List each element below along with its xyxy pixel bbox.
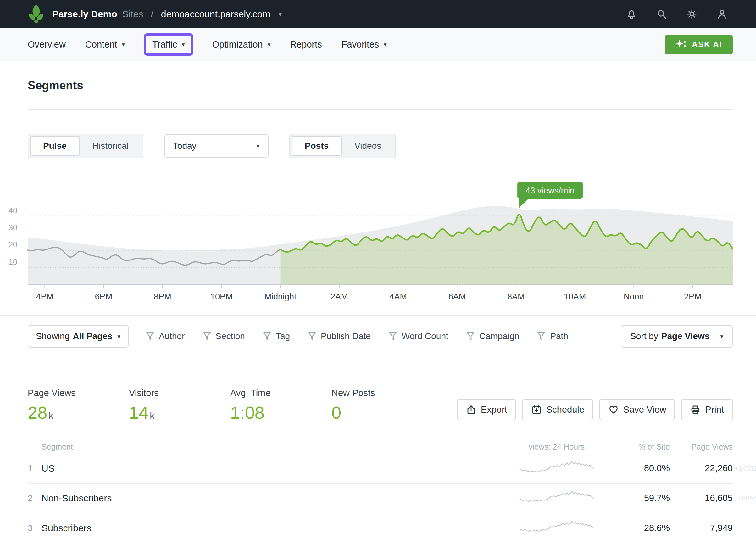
sort-by-button[interactable]: Sort by Page Views ▾ — [621, 325, 733, 348]
breadcrumb-separator: / — [151, 9, 153, 19]
filter-publish-date[interactable]: Publish Date — [308, 331, 371, 341]
metric-number: 28 — [28, 403, 47, 423]
metric-visitors: Visitors14k — [129, 388, 230, 422]
main-nav: OverviewContent▾Traffic▾Optimization▾Rep… — [0, 28, 756, 61]
button-label: Print — [705, 405, 724, 415]
metric-value: 14k — [129, 404, 230, 422]
chevron-down-icon: ▾ — [720, 333, 723, 340]
search-icon[interactable] — [655, 8, 668, 20]
sparkline-cell — [519, 489, 594, 508]
row-rank: 1 — [28, 463, 42, 473]
schedule-button[interactable]: Schedule — [522, 399, 593, 420]
save-view-button[interactable]: Save View — [599, 399, 675, 420]
toggle-pulse[interactable]: Pulse — [30, 136, 80, 156]
posts-videos-toggle: PostsVideos — [289, 134, 396, 158]
x-axis-label: 10AM — [564, 292, 586, 302]
segment-name[interactable]: Subscribers — [42, 523, 509, 534]
pulse-traffic-chart[interactable]: 102030404PM6PM8PM10PMMidnight2AM4AM6AM8A… — [0, 169, 756, 308]
nav-item-traffic[interactable]: Traffic▾ — [144, 33, 193, 56]
nav-item-content[interactable]: Content▾ — [85, 39, 125, 50]
delta-badge: +14311 — [735, 464, 756, 473]
toggle-posts[interactable]: Posts — [292, 136, 342, 156]
y-axis-label: 10 — [8, 257, 17, 266]
x-axis-label: 8PM — [154, 292, 171, 302]
metric-number: 14 — [129, 403, 148, 423]
button-label: Schedule — [546, 405, 584, 415]
nav-item-label: Favorites — [342, 39, 379, 50]
nav-item-favorites[interactable]: Favorites▾ — [342, 39, 387, 50]
sort-value: Page Views — [661, 331, 710, 341]
nav-item-optimization[interactable]: Optimization▾ — [212, 39, 271, 50]
bell-icon[interactable] — [625, 8, 638, 20]
gear-icon[interactable] — [686, 8, 698, 20]
pct-of-site: 28.6% — [604, 523, 670, 533]
date-range-select[interactable]: Today ▾ — [164, 134, 269, 158]
ask-ai-button[interactable]: ASK AI — [665, 35, 733, 54]
topbar: Parse.ly Demo Sites / demoaccount.parsel… — [0, 0, 756, 28]
x-axis-label: 4AM — [389, 292, 407, 302]
toggle-videos[interactable]: Videos — [342, 136, 394, 155]
chevron-down-icon: ▾ — [257, 142, 260, 150]
filter-label: Path — [550, 331, 568, 341]
metric-label: Page Views — [28, 388, 129, 398]
page-views-value: 22,260 — [670, 463, 733, 473]
metric-value: 1:08 — [230, 404, 331, 422]
export-button[interactable]: Export — [457, 399, 516, 420]
button-label: Export — [481, 405, 507, 415]
filter-tag[interactable]: Tag — [263, 331, 290, 341]
table-row[interactable]: 3Subscribers28.6%7,949 — [28, 513, 733, 543]
breadcrumb: Parse.ly Demo Sites / demoaccount.parsel… — [52, 9, 282, 19]
chevron-down-icon: ▾ — [122, 41, 125, 48]
filter-label: Publish Date — [321, 331, 371, 341]
x-axis-label: 8AM — [507, 292, 525, 302]
metric-value: 0 — [331, 404, 433, 422]
column-header-page-views[interactable]: Page Views — [670, 442, 733, 451]
column-header-segment[interactable]: Segment — [42, 442, 509, 451]
parsely-logo[interactable] — [28, 4, 45, 24]
funnel-icon — [466, 332, 475, 341]
metric-page-views: Page Views28k — [28, 388, 129, 422]
site-selector[interactable]: demoaccount.parsely.com — [161, 9, 270, 19]
metrics-row: Page Views28kVisitors14kAvg. Time1:08New… — [0, 348, 756, 422]
print-button[interactable]: Print — [681, 399, 733, 420]
controls-row: PulseHistorical Today ▾ PostsVideos — [0, 110, 756, 158]
column-header-pct-of-site[interactable]: % of Site — [604, 442, 670, 451]
metrics-group: Page Views28kVisitors14kAvg. Time1:08New… — [28, 388, 433, 422]
funnel-icon — [263, 332, 271, 341]
nav-item-overview[interactable]: Overview — [28, 39, 66, 50]
funnel-icon — [308, 332, 316, 341]
segment-name[interactable]: Non-Subscribers — [42, 493, 509, 504]
table-row[interactable]: 1US80.0%22,260+14311 — [28, 454, 733, 484]
sparkle-icon — [675, 40, 687, 50]
ask-ai-label: ASK AI — [692, 40, 722, 49]
showing-pages-button[interactable]: Showing All Pages ▾ — [28, 325, 129, 348]
person-icon[interactable] — [716, 8, 728, 20]
showing-prefix: Showing — [36, 331, 69, 341]
nav-item-reports[interactable]: Reports — [290, 39, 322, 50]
views-sparkline — [519, 518, 594, 537]
delta-badge: +8656 — [738, 494, 756, 502]
row-rank: 3 — [28, 523, 42, 533]
chevron-down-icon[interactable]: ▾ — [279, 10, 282, 18]
column-header-views-24h[interactable]: views: 24 Hours — [509, 442, 604, 451]
filter-label: Author — [159, 331, 185, 341]
print-icon — [690, 404, 701, 415]
x-axis-label: 6PM — [95, 292, 113, 302]
row-rank: 2 — [28, 493, 42, 503]
nav-item-label: Optimization — [212, 39, 263, 50]
filter-author[interactable]: Author — [146, 331, 185, 341]
filter-word-count[interactable]: Word Count — [388, 331, 448, 341]
table-row[interactable]: 2Non-Subscribers59.7%16,605+8656 — [28, 484, 733, 513]
x-axis-label: Midnight — [264, 292, 297, 302]
filter-path[interactable]: Path — [537, 331, 568, 341]
segments-table: Segment views: 24 Hours % of Site Page V… — [0, 422, 756, 543]
title-section: Segments — [0, 61, 756, 110]
filter-section[interactable]: Section — [203, 331, 245, 341]
funnel-icon — [388, 332, 397, 341]
segment-name[interactable]: US — [42, 463, 509, 474]
metric-number: 0 — [331, 403, 341, 423]
metric-number: 1:08 — [230, 403, 264, 423]
toggle-historical[interactable]: Historical — [80, 136, 141, 155]
filter-campaign[interactable]: Campaign — [466, 331, 520, 341]
topbar-icons — [625, 8, 728, 20]
